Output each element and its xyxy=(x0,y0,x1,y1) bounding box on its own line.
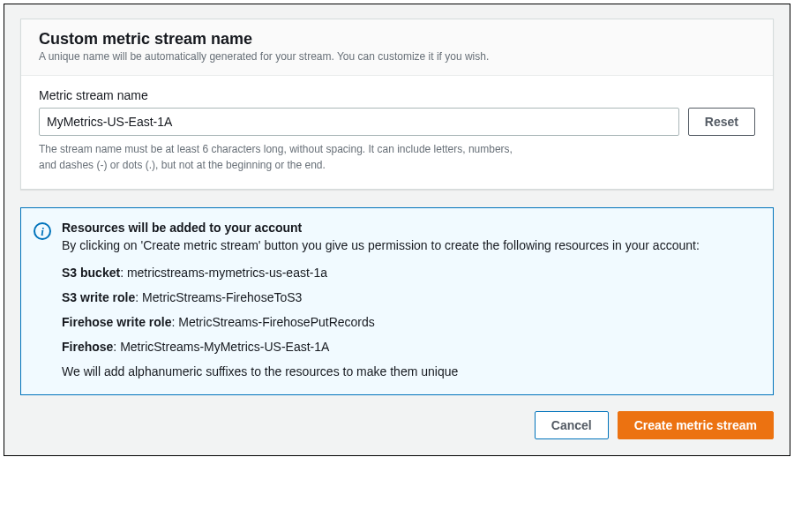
stream-name-hint: The stream name must be at least 6 chara… xyxy=(39,141,586,173)
stream-name-label: Metric stream name xyxy=(39,88,755,102)
page-container: Custom metric stream name A unique name … xyxy=(4,4,790,456)
resources-info-box: i Resources will be added to your accoun… xyxy=(20,207,774,395)
panel-title: Custom metric stream name xyxy=(39,30,755,49)
resource-line: S3 bucket: metricstreams-mymetrics-us-ea… xyxy=(62,266,757,280)
stream-name-row: Reset xyxy=(39,108,755,136)
resource-value: MetricStreams-MyMetrics-US-East-1A xyxy=(120,340,329,354)
resource-value: metricstreams-mymetrics-us-east-1a xyxy=(127,266,327,280)
resource-line: Firehose: MetricStreams-MyMetrics-US-Eas… xyxy=(62,340,757,354)
resource-label: Firehose xyxy=(62,340,113,354)
panel-body: Metric stream name Reset The stream name… xyxy=(21,76,773,189)
resource-label: S3 bucket xyxy=(62,266,120,280)
resource-line: S3 write role: MetricStreams-FirehoseToS… xyxy=(62,290,757,304)
hint-line-1: The stream name must be at least 6 chara… xyxy=(39,143,513,155)
stream-name-panel: Custom metric stream name A unique name … xyxy=(20,19,774,190)
info-icon: i xyxy=(34,222,51,240)
resource-value: MetricStreams-FirehoseToS3 xyxy=(142,290,302,304)
stream-name-input[interactable] xyxy=(39,108,679,136)
resource-label: Firehose write role xyxy=(62,315,171,329)
panel-description: A unique name will be automatically gene… xyxy=(39,50,755,63)
suffix-note: We will add alphanumeric suffixes to the… xyxy=(62,364,757,378)
panel-header: Custom metric stream name A unique name … xyxy=(21,19,773,76)
resource-label: S3 write role xyxy=(62,290,135,304)
resource-value: MetricStreams-FirehosePutRecords xyxy=(178,315,375,329)
hint-line-2: and dashes (-) or dots (.), but not at t… xyxy=(39,159,326,171)
resource-line: Firehose write role: MetricStreams-Fireh… xyxy=(62,315,757,329)
info-content: Resources will be added to your account … xyxy=(62,221,757,378)
cancel-button[interactable]: Cancel xyxy=(535,411,609,439)
create-metric-stream-button[interactable]: Create metric stream xyxy=(618,411,774,439)
reset-button[interactable]: Reset xyxy=(688,108,755,136)
info-intro: By clicking on 'Create metric stream' bu… xyxy=(62,236,757,255)
info-icon-wrap: i xyxy=(34,221,51,378)
footer-actions: Cancel Create metric stream xyxy=(20,411,774,439)
info-title: Resources will be added to your account xyxy=(62,221,757,235)
